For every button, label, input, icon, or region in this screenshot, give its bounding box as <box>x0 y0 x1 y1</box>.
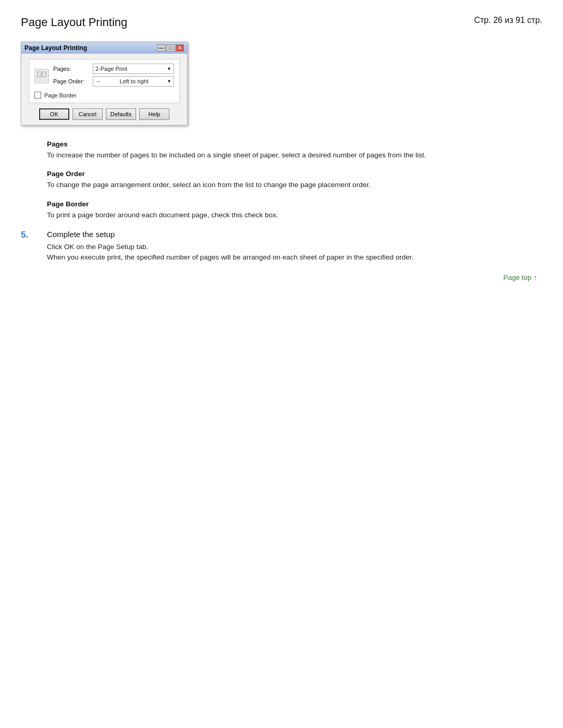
pages-select[interactable]: 2-Page Print ▼ <box>93 64 174 74</box>
page-border-section-title: Page Border <box>47 200 542 208</box>
page-title: Page Layout Printing <box>21 16 127 29</box>
page-order-field-row: Page Order: → Left to right ▼ <box>53 76 174 87</box>
page-header: Page Layout Printing Стр. 26 из 91 стр. <box>21 16 542 29</box>
pages-section-text: To increase the number of pages to be in… <box>47 150 542 161</box>
help-button[interactable]: Help <box>139 108 169 120</box>
step-content: Complete the setup Click OK on the Page … <box>47 230 542 263</box>
dialog-field-row: Pages: 2-Page Print ▼ Page Order: → Left… <box>34 64 174 89</box>
dialog-buttons: OK Cancel Defaults Help <box>29 108 180 120</box>
ok-button[interactable]: OK <box>39 108 69 120</box>
page-order-value: Left to right <box>120 78 149 84</box>
svg-rect-1 <box>42 72 46 77</box>
pages-section: Pages To increase the number of pages to… <box>21 140 542 161</box>
dialog-titlebar: Page Layout Printing — □ ✕ <box>21 42 187 54</box>
pages-field-row: Pages: 2-Page Print ▼ <box>53 64 174 74</box>
dialog-title: Page Layout Printing <box>25 44 87 52</box>
page-number: Стр. 26 из 91 стр. <box>474 16 542 25</box>
page-top-container: Page top ↑ <box>21 273 542 281</box>
page-order-select[interactable]: → Left to right ▼ <box>93 76 174 87</box>
page-top-label: Page top <box>503 274 531 281</box>
step-line-2: When you execute print, the specified nu… <box>47 252 542 263</box>
step-number: 5. <box>21 230 47 240</box>
page-border-section: Page Border To print a page border aroun… <box>21 200 542 220</box>
page-border-row: Page Border <box>34 92 174 98</box>
step-5-section: 5. Complete the setup Click OK on the Pa… <box>21 230 542 263</box>
dialog-container: Page Layout Printing — □ ✕ <box>21 42 542 126</box>
dialog-content-area: Pages: 2-Page Print ▼ Page Order: → Left… <box>29 59 180 103</box>
page-order-section-text: To change the page arrangement order, se… <box>47 180 542 190</box>
svg-rect-0 <box>38 72 41 77</box>
page-border-label: Page Border <box>44 92 77 98</box>
restore-button[interactable]: □ <box>166 44 175 52</box>
page-order-label: Page Order: <box>53 78 90 84</box>
minimize-button[interactable]: — <box>157 44 165 52</box>
dialog-box: Page Layout Printing — □ ✕ <box>21 42 188 126</box>
order-icon: → <box>95 78 101 84</box>
dialog-titlebar-buttons: — □ ✕ <box>157 44 184 52</box>
page-border-checkbox[interactable] <box>34 92 41 98</box>
close-button[interactable]: ✕ <box>176 44 184 52</box>
page-order-arrow-icon: ▼ <box>167 79 172 84</box>
dialog-body: Pages: 2-Page Print ▼ Page Order: → Left… <box>21 54 187 125</box>
pages-label: Pages: <box>53 66 90 72</box>
dialog-fields: Pages: 2-Page Print ▼ Page Order: → Left… <box>53 64 174 89</box>
pages-arrow-icon: ▼ <box>167 66 172 71</box>
page-border-section-text: To print a page border around each docum… <box>47 210 542 220</box>
step-line-1: Click OK on the Page Setup tab. <box>47 242 542 252</box>
pages-value: 2-Page Print <box>95 66 127 72</box>
step-heading: Complete the setup <box>47 230 542 239</box>
defaults-button[interactable]: Defaults <box>106 108 136 120</box>
cancel-button[interactable]: Cancel <box>72 108 103 120</box>
dialog-preview-icon <box>34 69 49 83</box>
page-order-section-title: Page Order <box>47 170 542 178</box>
pages-section-title: Pages <box>47 140 542 148</box>
page-order-section: Page Order To change the page arrangemen… <box>21 170 542 190</box>
page-top-arrow-icon: ↑ <box>533 274 537 281</box>
page-top-link[interactable]: Page top ↑ <box>503 274 537 281</box>
